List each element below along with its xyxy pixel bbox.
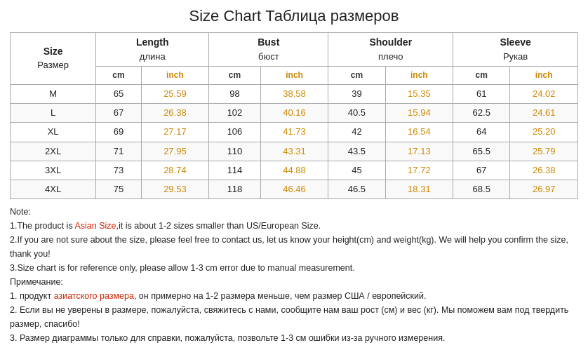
bust-inch-header: inch — [260, 67, 328, 85]
shoulder-header: Shoulder плечо — [328, 33, 453, 67]
sleeve-inch-cell: 24.02 — [510, 84, 578, 103]
length-cm-cell: 67 — [96, 104, 141, 123]
bust-cm-cell: 106 — [209, 123, 261, 142]
note-label: Note: — [10, 205, 578, 219]
bust-inch-cell: 40.16 — [260, 104, 328, 123]
length-header: Length длина — [96, 33, 209, 67]
bust-inch-cell: 41.73 — [260, 123, 328, 142]
sleeve-cm-header: cm — [453, 67, 510, 85]
sleeve-inch-cell: 24.61 — [510, 104, 578, 123]
sleeve-cm-cell: 64 — [453, 123, 510, 142]
length-inch-cell: 28.74 — [141, 161, 209, 180]
sleeve-header: Sleeve Рукав — [453, 33, 578, 67]
table-row: XL 69 27.17 106 41.73 42 16.54 64 25.20 — [11, 123, 578, 142]
length-cm-cell: 65 — [96, 84, 141, 103]
sleeve-cm-cell: 67 — [453, 161, 510, 180]
sleeve-inch-cell: 26.97 — [510, 180, 578, 198]
length-inch-cell: 27.17 — [141, 123, 209, 142]
sleeve-inch-header: inch — [510, 67, 578, 85]
bust-cm-cell: 114 — [209, 161, 261, 180]
note-1: 1.The product is Asian Size,it is about … — [10, 219, 578, 233]
size-cell: 4XL — [11, 180, 96, 198]
bust-inch-cell: 46.46 — [260, 180, 328, 198]
table-row: 4XL 75 29.53 118 46.46 46.5 18.31 68.5 2… — [11, 180, 578, 198]
bust-inch-cell: 43.31 — [260, 142, 328, 161]
table-row: M 65 25.59 98 38.58 39 15.35 61 24.02 — [11, 84, 578, 103]
shoulder-cm-cell: 39 — [328, 84, 385, 103]
shoulder-inch-cell: 15.35 — [385, 84, 453, 103]
length-cm-cell: 73 — [96, 161, 141, 180]
page-title: Size Chart Таблица размеров — [10, 7, 578, 25]
note-ru-3: 3. Размер диаграммы только для справки, … — [10, 331, 578, 345]
shoulder-inch-cell: 18.31 — [385, 180, 453, 198]
sleeve-inch-cell: 25.20 — [510, 123, 578, 142]
length-cm-cell: 71 — [96, 142, 141, 161]
table-header-row-main: Size Размер Length длина Bust бюст Shoul… — [11, 33, 578, 67]
length-inch-header: inch — [141, 67, 209, 85]
bust-cm-cell: 102 — [209, 104, 261, 123]
length-cm-cell: 69 — [96, 123, 141, 142]
size-cell: M — [11, 84, 96, 103]
bust-header: Bust бюст — [209, 33, 328, 67]
shoulder-inch-cell: 15.94 — [385, 104, 453, 123]
bust-cm-cell: 98 — [209, 84, 261, 103]
table-row: L 67 26.38 102 40.16 40.5 15.94 62.5 24.… — [11, 104, 578, 123]
bust-cm-header: cm — [209, 67, 261, 85]
shoulder-inch-header: inch — [385, 67, 453, 85]
sleeve-cm-cell: 61 — [453, 84, 510, 103]
note-3: 3.Size chart is for reference only, plea… — [10, 261, 578, 275]
table-header-row-units: cm inch cm inch cm inch cm inch — [11, 67, 578, 85]
size-cell: XL — [11, 123, 96, 142]
shoulder-cm-cell: 46.5 — [328, 180, 385, 198]
sleeve-cm-cell: 68.5 — [453, 180, 510, 198]
size-cell: 3XL — [11, 161, 96, 180]
shoulder-inch-cell: 16.54 — [385, 123, 453, 142]
note-2: 2.If you are not sure about the size, pl… — [10, 233, 578, 261]
shoulder-cm-cell: 43.5 — [328, 142, 385, 161]
bust-inch-cell: 44.88 — [260, 161, 328, 180]
table-body: M 65 25.59 98 38.58 39 15.35 61 24.02 L … — [11, 84, 578, 198]
size-cell: L — [11, 104, 96, 123]
note-ru-label: Примечание: — [10, 275, 578, 289]
length-inch-cell: 26.38 — [141, 104, 209, 123]
sleeve-cm-cell: 65.5 — [453, 142, 510, 161]
length-inch-cell: 27.95 — [141, 142, 209, 161]
size-cell: 2XL — [11, 142, 96, 161]
shoulder-inch-cell: 17.72 — [385, 161, 453, 180]
bust-cm-cell: 118 — [209, 180, 261, 198]
length-cm-header: cm — [96, 67, 141, 85]
shoulder-inch-cell: 17.13 — [385, 142, 453, 161]
length-cm-cell: 75 — [96, 180, 141, 198]
sleeve-inch-cell: 25.79 — [510, 142, 578, 161]
note-ru-2: 2. Если вы не уверены в размере, пожалуй… — [10, 303, 578, 331]
table-row: 2XL 71 27.95 110 43.31 43.5 17.13 65.5 2… — [11, 142, 578, 161]
length-inch-cell: 29.53 — [141, 180, 209, 198]
size-chart-table: Size Размер Length длина Bust бюст Shoul… — [10, 32, 578, 199]
note-ru-1: 1. продукт азиатского размера, он пример… — [10, 289, 578, 303]
shoulder-cm-cell: 45 — [328, 161, 385, 180]
table-row: 3XL 73 28.74 114 44.88 45 17.72 67 26.38 — [11, 161, 578, 180]
shoulder-cm-cell: 42 — [328, 123, 385, 142]
notes-section: Note: 1.The product is Asian Size,it is … — [10, 205, 578, 345]
shoulder-cm-cell: 40.5 — [328, 104, 385, 123]
size-header: Size Размер — [11, 33, 96, 85]
shoulder-cm-header: cm — [328, 67, 385, 85]
sleeve-inch-cell: 26.38 — [510, 161, 578, 180]
length-inch-cell: 25.59 — [141, 84, 209, 103]
bust-inch-cell: 38.58 — [260, 84, 328, 103]
bust-cm-cell: 110 — [209, 142, 261, 161]
sleeve-cm-cell: 62.5 — [453, 104, 510, 123]
